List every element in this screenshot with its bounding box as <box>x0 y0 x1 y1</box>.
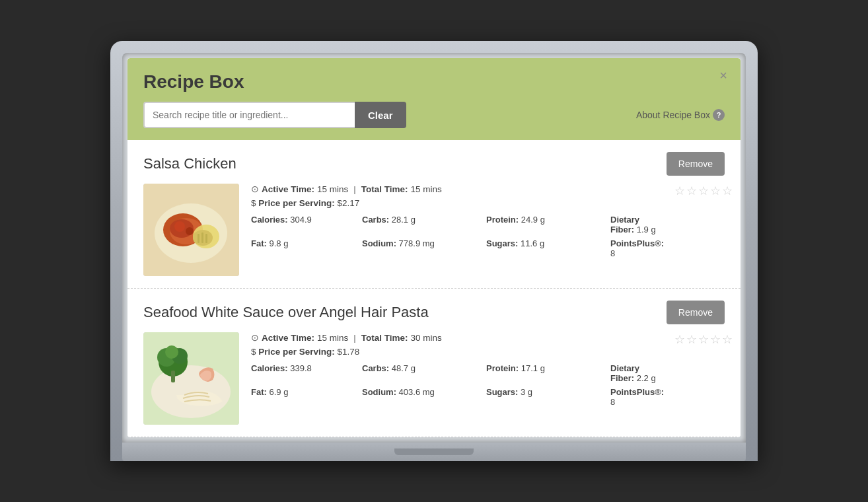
close-button[interactable]: × <box>719 69 727 82</box>
svg-rect-18 <box>171 371 175 382</box>
svg-rect-10 <box>201 233 203 243</box>
active-time-value-1: 15 mins <box>317 184 348 194</box>
star-2-1[interactable]: ☆ <box>674 334 685 345</box>
about-label: About Recipe Box <box>636 110 710 120</box>
svg-point-13 <box>151 365 231 418</box>
star-1-2[interactable]: ☆ <box>686 185 697 197</box>
star-2-2[interactable]: ☆ <box>686 334 697 345</box>
nutrition-cell-1-4: Fat: 9.8 g <box>251 238 357 258</box>
remove-button-2[interactable]: Remove <box>667 301 725 324</box>
nutrition-cell-2-7: PointsPlus®: 8 <box>610 387 664 407</box>
recipes-list: Salsa Chicken Remove <box>127 140 741 437</box>
price-row-2: $ Price per Serving: $1.78 <box>251 347 664 357</box>
recipe-meta-time-2: ⊙ Active Time: 15 mins | Total Time: 30 … <box>251 332 664 343</box>
dollar-icon-1: $ <box>251 198 258 208</box>
nutrition-cell-2-0: Calories: 339.8 <box>251 363 357 383</box>
app-title: Recipe Box <box>143 71 725 92</box>
active-time-label-1: Active Time: <box>262 184 314 194</box>
svg-point-5 <box>174 221 185 232</box>
nutrition-cell-1-5: Sodium: 778.9 mg <box>362 238 481 258</box>
recipe-body-2: ⊙ Active Time: 15 mins | Total Time: 30 … <box>143 332 725 425</box>
recipe-image-1 <box>143 184 239 276</box>
recipe-item: Salsa Chicken Remove <box>127 140 741 289</box>
stars-1[interactable]: ☆ ☆ ☆ ☆ ☆ <box>674 185 733 197</box>
recipe-meta-time-1: ⊙ Active Time: 15 mins | Total Time: 15 … <box>251 184 664 194</box>
nutrition-grid-1: Calories: 304.9 Carbs: 28.1 g Protein: 2… <box>251 215 664 258</box>
search-area: Clear <box>143 102 406 128</box>
about-link[interactable]: About Recipe Box ? <box>636 109 725 121</box>
svg-rect-9 <box>198 234 199 243</box>
active-time-value-2: 15 mins <box>317 333 348 343</box>
clock-icon-1: ⊙ <box>251 184 259 194</box>
laptop-base <box>122 443 746 461</box>
laptop-screen: × Recipe Box Clear About Recipe Box ? <box>122 53 746 443</box>
app-window: × Recipe Box Clear About Recipe Box ? <box>127 58 741 437</box>
laptop-notch <box>394 448 474 455</box>
remove-button-1[interactable]: Remove <box>667 152 725 176</box>
recipe-title-1: Salsa Chicken <box>143 155 236 172</box>
clear-button[interactable]: Clear <box>355 102 406 128</box>
search-input[interactable] <box>143 102 355 128</box>
clock-icon-2: ⊙ <box>251 332 259 343</box>
nutrition-cell-2-6: Sugars: 3 g <box>486 387 605 407</box>
nutrition-cell-2-2: Protein: 17.1 g <box>486 363 605 383</box>
nutrition-cell-1-0: Calories: 304.9 <box>251 215 357 234</box>
nutrition-cell-1-1: Carbs: 28.1 g <box>362 215 481 234</box>
recipe-details-1: ⊙ Active Time: 15 mins | Total Time: 15 … <box>251 184 733 258</box>
recipe-header-2: Seafood White Sauce over Angel Hair Past… <box>143 301 725 324</box>
star-2-3[interactable]: ☆ <box>698 334 709 345</box>
price-value-2: $1.78 <box>338 347 360 357</box>
price-value-1: $2.17 <box>338 198 360 208</box>
star-1-4[interactable]: ☆ <box>710 185 721 197</box>
star-2-4[interactable]: ☆ <box>710 334 721 345</box>
nutrition-cell-1-6: Sugars: 11.6 g <box>486 238 605 258</box>
nutrition-cell-1-3: Dietary Fiber: 1.9 g <box>610 215 664 234</box>
stars-area-1: ☆ ☆ ☆ ☆ ☆ <box>674 184 733 197</box>
star-1-1[interactable]: ☆ <box>674 185 685 197</box>
dollar-icon-2: $ <box>251 347 258 357</box>
total-time-value-2: 30 mins <box>411 333 442 343</box>
recipe-image-2 <box>143 332 239 425</box>
screen-inner: × Recipe Box Clear About Recipe Box ? <box>127 58 741 437</box>
price-label-2: Price per Serving: <box>258 347 335 357</box>
nutrition-cell-2-3: Dietary Fiber: 2.2 g <box>610 363 664 383</box>
star-1-5[interactable]: ☆ <box>722 185 733 197</box>
nutrition-grid-2: Calories: 339.8 Carbs: 48.7 g Protein: 1… <box>251 363 664 407</box>
app-header: × Recipe Box Clear About Recipe Box ? <box>127 58 741 140</box>
nutrition-cell-1-7: PointsPlus®: 8 <box>610 238 664 258</box>
nutrition-cell-1-2: Protein: 24.9 g <box>486 215 605 234</box>
svg-point-17 <box>165 345 178 359</box>
nutrition-cell-2-4: Fat: 6.9 g <box>251 387 357 407</box>
star-2-5[interactable]: ☆ <box>722 334 733 345</box>
star-1-3[interactable]: ☆ <box>698 185 709 197</box>
nutrition-cell-2-5: Sodium: 403.6 mg <box>362 387 481 407</box>
total-time-label-2: Total Time: <box>361 333 408 343</box>
total-time-value-1: 15 mins <box>411 184 442 194</box>
active-time-label-2: Active Time: <box>262 333 314 343</box>
laptop-frame: × Recipe Box Clear About Recipe Box ? <box>110 41 758 461</box>
recipe-details-2: ⊙ Active Time: 15 mins | Total Time: 30 … <box>251 332 733 407</box>
recipe-item-2: Seafood White Sauce over Angel Hair Past… <box>127 289 741 437</box>
nutrition-cell-2-1: Carbs: 48.7 g <box>362 363 481 383</box>
stars-2[interactable]: ☆ ☆ ☆ ☆ ☆ <box>674 334 733 345</box>
stars-area-2: ☆ ☆ ☆ ☆ ☆ <box>674 332 733 345</box>
about-icon: ? <box>713 109 725 121</box>
total-time-label-1: Total Time: <box>361 184 408 194</box>
recipe-details-row-2: ⊙ Active Time: 15 mins | Total Time: 30 … <box>251 332 733 407</box>
recipe-header-1: Salsa Chicken Remove <box>143 152 725 176</box>
recipe-details-row-1: ⊙ Active Time: 15 mins | Total Time: 15 … <box>251 184 733 258</box>
recipe-title-2: Seafood White Sauce over Angel Hair Past… <box>143 304 429 321</box>
price-label-1: Price per Serving: <box>258 198 335 208</box>
svg-rect-11 <box>205 234 207 243</box>
header-row: Clear About Recipe Box ? <box>143 102 725 128</box>
price-row-1: $ Price per Serving: $2.17 <box>251 198 664 208</box>
recipe-body-1: ⊙ Active Time: 15 mins | Total Time: 15 … <box>143 184 725 276</box>
svg-point-6 <box>186 227 194 235</box>
